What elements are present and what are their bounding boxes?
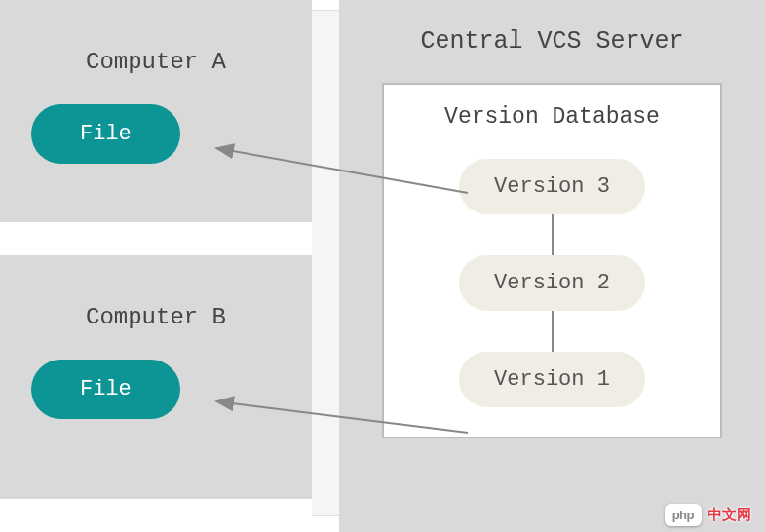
computer-a-file-node: File bbox=[31, 104, 180, 164]
connector-line bbox=[552, 214, 554, 255]
version-database-box: Version Database Version 3 Version 2 Ver… bbox=[382, 83, 722, 438]
version-2-node: Version 2 bbox=[459, 255, 645, 311]
computer-b-file-node: File bbox=[31, 360, 180, 419]
watermark-badge: php bbox=[665, 504, 702, 526]
database-title: Version Database bbox=[403, 104, 701, 130]
background-strip bbox=[312, 10, 339, 516]
version-1-node: Version 1 bbox=[459, 352, 645, 407]
server-box: Central VCS Server Version Database Vers… bbox=[339, 0, 765, 532]
watermark: php 中文网 bbox=[665, 504, 751, 526]
computer-b-box: Computer B File bbox=[0, 255, 312, 499]
computer-b-title: Computer B bbox=[19, 304, 292, 330]
connector-line bbox=[552, 311, 554, 352]
version-3-node: Version 3 bbox=[459, 159, 645, 214]
watermark-text: 中文网 bbox=[708, 506, 751, 524]
server-title: Central VCS Server bbox=[359, 27, 746, 56]
computer-a-title: Computer A bbox=[19, 49, 292, 75]
computer-a-box: Computer A File bbox=[0, 0, 312, 222]
